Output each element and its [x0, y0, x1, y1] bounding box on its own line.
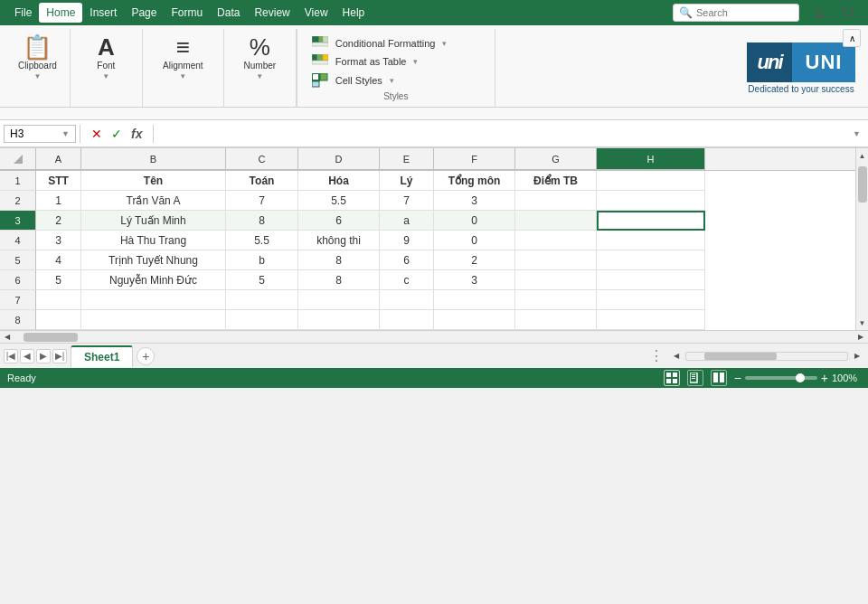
cell-B7[interactable] — [81, 290, 226, 310]
cell-D2[interactable]: 5.5 — [298, 191, 380, 211]
cell-A5[interactable]: 4 — [36, 250, 81, 270]
cell-G8[interactable] — [515, 310, 597, 330]
cell-D8[interactable] — [298, 310, 380, 330]
sheet-last-button[interactable]: ▶| — [52, 349, 67, 363]
cell-E7[interactable] — [380, 290, 434, 310]
formula-function-icon[interactable]: fx — [129, 125, 144, 143]
font-button[interactable]: A Font ▼ — [88, 33, 124, 83]
cell-C8[interactable] — [226, 310, 298, 330]
cell-D1[interactable]: Hóa — [298, 171, 380, 191]
cell-G2[interactable] — [515, 191, 597, 211]
cell-styles-button[interactable]: Cell Styles ▾ — [312, 71, 480, 90]
cell-A6[interactable]: 5 — [36, 270, 81, 290]
cell-F2[interactable]: 3 — [434, 191, 515, 211]
cell-G1[interactable]: Điểm TB — [515, 171, 597, 191]
search-box[interactable]: 🔍 — [673, 4, 799, 22]
menu-file[interactable]: File — [7, 3, 39, 23]
cell-F7[interactable] — [434, 290, 515, 310]
cell-E3[interactable]: a — [380, 211, 434, 231]
formula-expand-icon[interactable]: ▼ — [853, 129, 864, 138]
cell-E2[interactable]: 7 — [380, 191, 434, 211]
cell-D6[interactable]: 8 — [298, 270, 380, 290]
cell-ref-dropdown[interactable]: ▼ — [61, 129, 70, 138]
cell-H6[interactable] — [597, 270, 705, 290]
cell-B4[interactable]: Hà Thu Trang — [81, 231, 226, 250]
sheet-next-button[interactable]: ▶ — [36, 349, 51, 363]
cell-A8[interactable] — [36, 310, 81, 330]
h-scroll-right2[interactable]: ▶ — [850, 350, 864, 363]
cell-C4[interactable]: 5.5 — [226, 231, 298, 250]
row-header-2[interactable]: 2 — [0, 191, 36, 211]
zoom-slider[interactable] — [745, 376, 817, 380]
zoom-minus-button[interactable]: − — [734, 371, 741, 385]
cell-H2[interactable] — [597, 191, 705, 211]
cell-H5[interactable] — [597, 250, 705, 270]
cell-A2[interactable]: 1 — [36, 191, 81, 211]
cell-G7[interactable] — [515, 290, 597, 310]
cell-B2[interactable]: Trần Văn A — [81, 191, 226, 211]
cell-E8[interactable] — [380, 310, 434, 330]
menu-data[interactable]: Data — [210, 3, 247, 23]
col-header-C[interactable]: C — [226, 148, 298, 170]
clipboard-button[interactable]: 📋 Clipboard ▼ — [13, 33, 62, 83]
cell-G6[interactable] — [515, 270, 597, 290]
sheet-prev-button[interactable]: ◀ — [20, 349, 34, 363]
comment-button[interactable] — [835, 0, 861, 25]
row-header-1[interactable]: 1 — [0, 171, 36, 191]
scroll-down-button[interactable]: ▼ — [856, 316, 869, 330]
sheet-add-button[interactable]: + — [137, 347, 155, 365]
cell-D5[interactable]: 8 — [298, 250, 380, 270]
menu-help[interactable]: Help — [335, 3, 373, 23]
cell-B5[interactable]: Trịnh Tuyết Nhung — [81, 250, 226, 270]
share-button[interactable] — [807, 0, 832, 25]
cell-F5[interactable]: 2 — [434, 250, 515, 270]
number-button[interactable]: % Number ▼ — [239, 33, 282, 83]
cell-F3[interactable]: 0 — [434, 211, 515, 231]
cell-C2[interactable]: 7 — [226, 191, 298, 211]
col-header-H[interactable]: H — [597, 148, 705, 170]
menu-review[interactable]: Review — [247, 3, 297, 23]
cell-B3[interactable]: Lý Tuấn Minh — [81, 211, 226, 231]
menu-page[interactable]: Page — [124, 3, 164, 23]
cell-A7[interactable] — [36, 290, 81, 310]
col-header-F[interactable]: F — [434, 148, 515, 170]
scroll-left-button[interactable]: ◀ — [0, 331, 14, 344]
formula-input[interactable] — [157, 127, 849, 140]
cell-B6[interactable]: Nguyễn Minh Đức — [81, 270, 226, 290]
cell-E5[interactable]: 6 — [380, 250, 434, 270]
cell-E4[interactable]: 9 — [380, 231, 434, 250]
col-header-G[interactable]: G — [515, 148, 597, 170]
cell-E1[interactable]: Lý — [380, 171, 434, 191]
sheet-first-button[interactable]: |◀ — [4, 349, 18, 363]
cell-F1[interactable]: Tổng môn — [434, 171, 515, 191]
cell-G5[interactable] — [515, 250, 597, 270]
h-scroll-thumb[interactable] — [24, 333, 78, 342]
normal-view-button[interactable] — [664, 370, 680, 386]
h-scroll-left2[interactable]: ◀ — [669, 350, 684, 363]
cell-C7[interactable] — [226, 290, 298, 310]
vertical-scrollbar[interactable]: ▲ ▼ — [855, 148, 868, 330]
cell-H1[interactable] — [597, 171, 705, 191]
cell-A3[interactable]: 2 — [36, 211, 81, 231]
menu-formula[interactable]: Formu — [164, 3, 210, 23]
conditional-formatting-button[interactable]: Conditional Formatting ▾ — [312, 34, 480, 52]
menu-home[interactable]: Home — [39, 3, 82, 23]
horizontal-scrollbar[interactable]: ◀ ▶ — [0, 330, 868, 343]
row-header-5[interactable]: 5 — [0, 250, 36, 270]
cell-C3[interactable]: 8 — [226, 211, 298, 231]
cell-F6[interactable]: 3 — [434, 270, 515, 290]
scroll-up-button[interactable]: ▲ — [856, 148, 869, 163]
col-header-B[interactable]: B — [81, 148, 226, 170]
h-scroll-track[interactable] — [14, 331, 854, 343]
row-header-4[interactable]: 4 — [0, 231, 36, 250]
cell-H4[interactable] — [597, 231, 705, 250]
cell-A4[interactable]: 3 — [36, 231, 81, 250]
h-scroll-thumb2[interactable] — [704, 353, 777, 360]
cell-A1[interactable]: STT — [36, 171, 81, 191]
col-header-D[interactable]: D — [298, 148, 380, 170]
scroll-right-button[interactable]: ▶ — [854, 331, 868, 344]
cell-E6[interactable]: c — [380, 270, 434, 290]
cell-D7[interactable] — [298, 290, 380, 310]
cell-C5[interactable]: b — [226, 250, 298, 270]
col-header-E[interactable]: E — [380, 148, 434, 170]
